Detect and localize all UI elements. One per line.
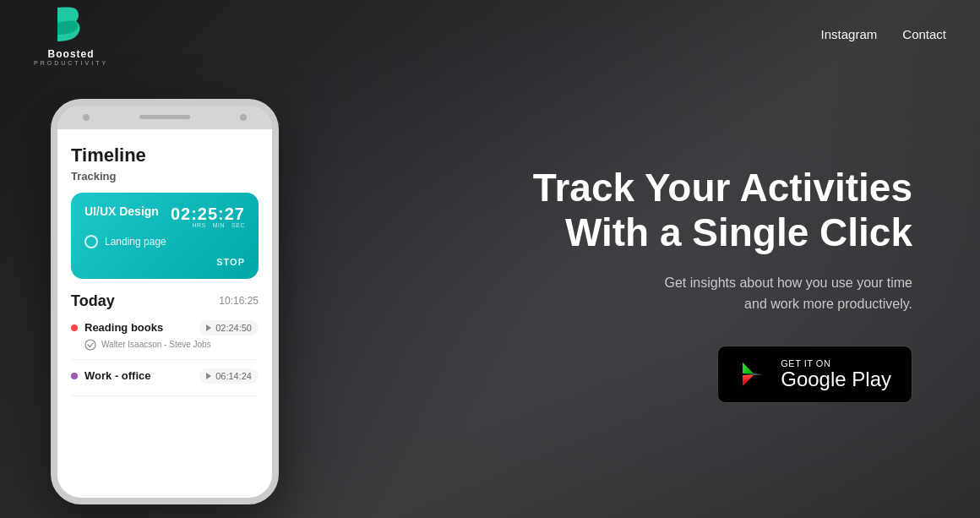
activity-time-reading: 02:24:50 (215, 323, 252, 333)
tracking-card-header: UI/UX Design 02:25:27 HRS MIN SEC (84, 204, 245, 228)
hero-title: Track Your Activities With a Single Clic… (533, 166, 912, 255)
logo-name: Boosted (48, 48, 95, 60)
phone-speaker (139, 115, 190, 119)
activity-name-reading: Reading books (84, 321, 163, 334)
tracking-label: Tracking (71, 170, 259, 183)
tracking-card: UI/UX Design 02:25:27 HRS MIN SEC (71, 193, 259, 279)
nav-contact[interactable]: Contact (902, 27, 946, 41)
active-subtask: Landing page (105, 236, 166, 248)
tracking-card-sub: Landing page (84, 235, 245, 248)
phone-frame: Timeline Tracking UI/UX Design 02:25:27 … (51, 99, 279, 504)
active-task-time: 02:25:27 (171, 204, 245, 224)
logo-icon (49, 3, 93, 46)
activity-left-work: Work - office (71, 369, 151, 382)
check-icon (84, 339, 96, 351)
google-play-button[interactable]: GET IT ON Google Play (717, 346, 912, 403)
screen-title: Timeline (71, 144, 259, 166)
circle-icon (84, 235, 98, 248)
today-title: Today (71, 292, 115, 310)
activity-row-work: Work - office 06:14:24 (71, 368, 259, 384)
activity-time-work: 06:14:24 (215, 371, 252, 381)
activity-sub-row: Walter Isaacson - Steve Jobs (71, 339, 259, 351)
activity-left: Reading books (71, 321, 163, 334)
activity-duration-work: 06:14:24 (199, 368, 259, 384)
phone-screen: Timeline Tracking UI/UX Design 02:25:27 … (57, 129, 272, 498)
time-label-sec: SEC (231, 222, 245, 228)
play-icon (206, 324, 211, 331)
activity-dot-purple (71, 373, 78, 379)
phone-mockup: Timeline Tracking UI/UX Design 02:25:27 … (51, 99, 279, 504)
google-play-label-main: Google Play (781, 368, 891, 390)
phone-top-bar (57, 106, 272, 129)
today-time: 10:16:25 (219, 295, 259, 307)
today-section: Today 10:16:25 Reading books (71, 292, 259, 396)
activity-item-work: Work - office 06:14:24 (71, 368, 259, 396)
hero-subtitle-line2: and work more productively. (744, 297, 912, 311)
right-content: Track Your Activities With a Single Clic… (279, 166, 929, 403)
phone-camera (83, 114, 90, 121)
activity-subtask-reading: Walter Isaacson - Steve Jobs (101, 340, 211, 349)
hero-title-line1: Track Your Activities (533, 166, 912, 210)
navigation: Instagram Contact (821, 27, 946, 41)
header: Boosted PRODUCTIVITY Instagram Contact (0, 0, 980, 68)
time-label-hrs: HRS (192, 222, 205, 228)
svg-point-0 (85, 340, 95, 350)
today-header: Today 10:16:25 (71, 292, 259, 310)
google-play-logo (738, 359, 769, 390)
activity-name-work: Work - office (84, 369, 151, 382)
active-task-name: UI/UX Design (84, 204, 159, 218)
hero-subtitle: Get insights about how you use your time… (665, 272, 913, 315)
hero-subtitle-line1: Get insights about how you use your time (665, 275, 913, 290)
google-play-label-top: GET IT ON (781, 358, 891, 368)
stop-button[interactable]: STOP (216, 257, 245, 267)
hero-title-line2: With a Single Click (565, 210, 912, 254)
play-icon-work (206, 373, 211, 379)
main-content: Timeline Tracking UI/UX Design 02:25:27 … (0, 68, 980, 518)
logo: Boosted PRODUCTIVITY (34, 3, 108, 66)
play-text: GET IT ON Google Play (781, 358, 891, 390)
activity-item-reading: Reading books 02:24:50 (71, 320, 259, 360)
time-label-min: MIN (213, 222, 225, 228)
logo-sub: PRODUCTIVITY (34, 60, 108, 66)
nav-instagram[interactable]: Instagram (821, 27, 878, 41)
time-display: 02:25:27 HRS MIN SEC (171, 204, 245, 228)
phone-dot (240, 114, 247, 121)
activity-duration-reading: 02:24:50 (199, 320, 259, 335)
activity-dot-red (71, 324, 78, 331)
activity-row: Reading books 02:24:50 (71, 320, 259, 335)
tracking-card-footer: STOP (84, 257, 245, 267)
screen-content: Timeline Tracking UI/UX Design 02:25:27 … (57, 129, 272, 396)
